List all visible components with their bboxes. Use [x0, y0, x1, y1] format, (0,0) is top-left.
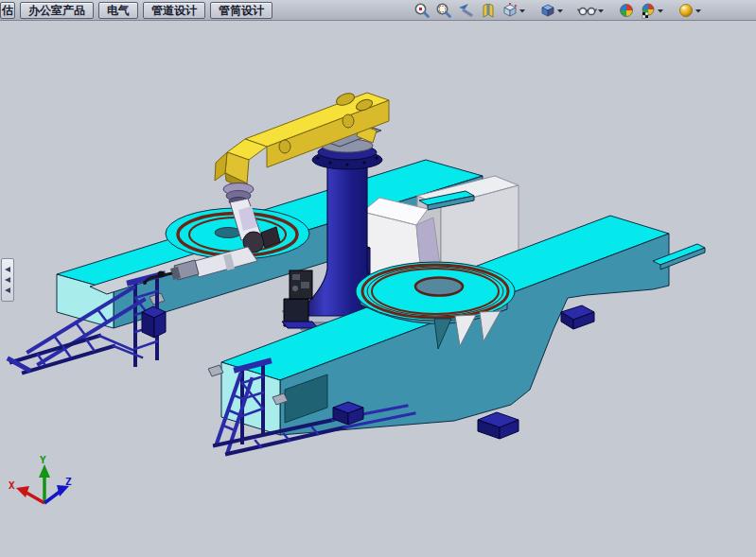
x-axis-label: X	[9, 479, 15, 492]
command-manager-bar: 估 办公室产品 电气 管道设计 管筒设计	[0, 0, 756, 21]
dropdown-arrow-icon[interactable]	[694, 2, 702, 19]
front-center-hole	[415, 278, 463, 296]
zoom-to-fit-icon	[413, 2, 431, 19]
edit-appearance-button[interactable]	[617, 2, 636, 19]
hide-show-items-icon	[577, 2, 597, 19]
heads-up-view-toolbar	[413, 2, 703, 19]
dropdown-arrow-icon[interactable]	[519, 2, 526, 19]
display-style-icon	[539, 2, 556, 19]
hide-show-items-button[interactable]	[576, 2, 606, 19]
panel-expander-button[interactable]	[1, 258, 14, 302]
section-view-button[interactable]	[479, 2, 498, 19]
dropdown-arrow-icon[interactable]	[657, 2, 664, 19]
apply-scene-icon	[640, 2, 657, 19]
z-axis-label: Z	[65, 476, 72, 488]
view-settings-icon	[677, 2, 694, 19]
previous-view-icon	[457, 2, 475, 19]
view-orientation-icon	[501, 2, 519, 19]
zoom-to-area-button[interactable]	[434, 2, 453, 19]
dropdown-arrow-icon[interactable]	[556, 2, 564, 19]
display-style-button[interactable]	[538, 2, 565, 19]
zoom-to-area-icon	[435, 2, 452, 19]
view-orientation-button[interactable]	[501, 2, 527, 19]
dropdown-arrow-icon[interactable]	[597, 2, 605, 19]
y-axis-label: Y	[40, 454, 46, 466]
zoom-to-fit-button[interactable]	[413, 2, 431, 19]
section-view-icon	[480, 2, 497, 19]
tab-tubing-design[interactable]: 管筒设计	[210, 2, 273, 19]
previous-view-button[interactable]	[456, 2, 476, 19]
rear-center-hole	[215, 228, 241, 238]
view-settings-button[interactable]	[677, 2, 703, 19]
collapse-arrows-icon	[4, 276, 11, 284]
tab-evaluate-partial[interactable]: 估	[0, 2, 15, 19]
tab-electrical[interactable]: 电气	[98, 2, 138, 19]
solidworks-window: Y X Z 估 办公室产品 电气 管道设计 管筒设计	[0, 0, 756, 557]
collapse-arrows-icon	[4, 287, 11, 294]
command-tabs: 估 办公室产品 电气 管道设计 管筒设计	[0, 0, 273, 20]
collapse-arrows-icon	[4, 266, 11, 273]
apply-scene-button[interactable]	[639, 2, 665, 19]
rear-beam-pedestal[interactable]	[142, 306, 166, 338]
tab-piping-design[interactable]: 管道设计	[143, 2, 205, 19]
tab-office-products[interactable]: 办公室产品	[20, 2, 94, 19]
graphics-viewport[interactable]: Y X Z	[0, 0, 756, 557]
edit-appearance-icon	[618, 2, 635, 19]
